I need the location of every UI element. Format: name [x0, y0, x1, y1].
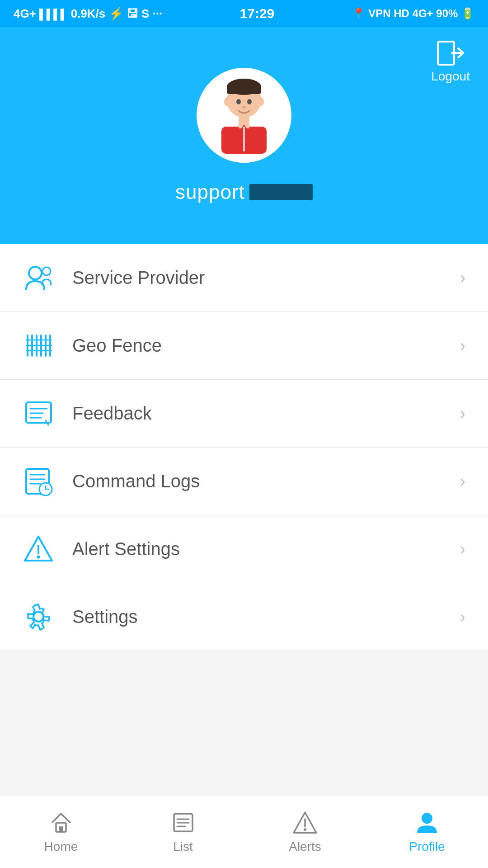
logout-icon: [437, 41, 464, 66]
status-right: 📍 VPN HD 4G+ 90% 🔋: [352, 7, 474, 20]
menu-item-command-logs[interactable]: Command Logs ›: [0, 448, 488, 515]
status-icons: 📍 VPN HD 4G+ 90% 🔋: [352, 7, 474, 20]
nav-home-label: Home: [44, 840, 78, 854]
geo-fence-icon: [23, 331, 54, 360]
menu-item-settings[interactable]: Settings ›: [0, 583, 488, 651]
nav-item-profile[interactable]: Profile: [366, 810, 488, 854]
svg-point-6: [258, 97, 264, 106]
home-icon: [49, 810, 74, 835]
service-provider-icon: [23, 263, 54, 292]
svg-point-9: [242, 106, 246, 108]
nav-item-list[interactable]: List: [122, 810, 244, 854]
chevron-right-icon: ›: [460, 472, 465, 491]
profile-icon: [415, 810, 440, 835]
bottom-nav: Home List Alerts Profile: [0, 796, 488, 868]
svg-rect-4: [227, 85, 261, 94]
chevron-right-icon: ›: [460, 540, 465, 559]
nav-item-home[interactable]: Home: [0, 810, 122, 854]
nav-alerts-label: Alerts: [289, 840, 321, 854]
svg-point-40: [37, 556, 40, 559]
username-text: support: [175, 181, 245, 203]
chevron-right-icon: ›: [460, 269, 465, 288]
settings-label: Settings: [72, 607, 460, 627]
menu-item-feedback[interactable]: Feedback ›: [0, 380, 488, 448]
menu-item-geo-fence[interactable]: Geo Fence ›: [0, 312, 488, 380]
svg-point-16: [42, 267, 51, 275]
avatar-image: [208, 77, 280, 154]
status-time: 17:29: [240, 6, 275, 21]
command-logs-label: Command Logs: [72, 471, 460, 491]
chevron-right-icon: ›: [460, 336, 465, 355]
command-logs-icon: [23, 467, 54, 496]
service-provider-label: Service Provider: [72, 268, 460, 288]
svg-point-51: [422, 813, 432, 824]
status-bar: 4G+ ▌▌▌▌ 0.9K/s ⚡ 🖫 S ··· 17:29 📍 VPN HD…: [0, 0, 488, 27]
alerts-icon: [293, 810, 318, 835]
geo-fence-label: Geo Fence: [72, 335, 460, 356]
username-row: support: [175, 181, 313, 203]
svg-point-50: [304, 828, 306, 831]
status-signal: 4G+ ▌▌▌▌ 0.9K/s ⚡ 🖫 S ···: [14, 7, 162, 21]
svg-point-7: [236, 99, 241, 104]
svg-point-8: [247, 99, 252, 104]
alert-settings-label: Alert Settings: [72, 539, 460, 559]
menu-item-service-provider[interactable]: Service Provider ›: [0, 244, 488, 312]
chevron-right-icon: ›: [460, 608, 465, 627]
feedback-label: Feedback: [72, 403, 460, 424]
status-left: 4G+ ▌▌▌▌ 0.9K/s ⚡ 🖫 S ···: [14, 7, 162, 21]
list-icon: [171, 810, 196, 835]
menu-item-alert-settings[interactable]: Alert Settings ›: [0, 515, 488, 583]
profile-header: Logout: [0, 27, 488, 244]
svg-point-5: [224, 97, 230, 106]
svg-point-15: [29, 267, 42, 279]
svg-rect-43: [59, 826, 63, 832]
nav-item-alerts[interactable]: Alerts: [244, 810, 366, 854]
feedback-icon: [23, 399, 54, 428]
logout-button[interactable]: Logout: [431, 41, 470, 84]
alert-settings-icon: [23, 534, 54, 564]
nav-list-label: List: [173, 840, 193, 854]
settings-icon: [23, 602, 54, 632]
avatar: [197, 68, 291, 163]
logout-label: Logout: [431, 69, 470, 84]
menu-list: Service Provider › Geo Fence ›: [0, 244, 488, 651]
chevron-right-icon: ›: [460, 404, 465, 423]
nav-profile-label: Profile: [409, 840, 445, 854]
redacted-text: [249, 184, 313, 200]
